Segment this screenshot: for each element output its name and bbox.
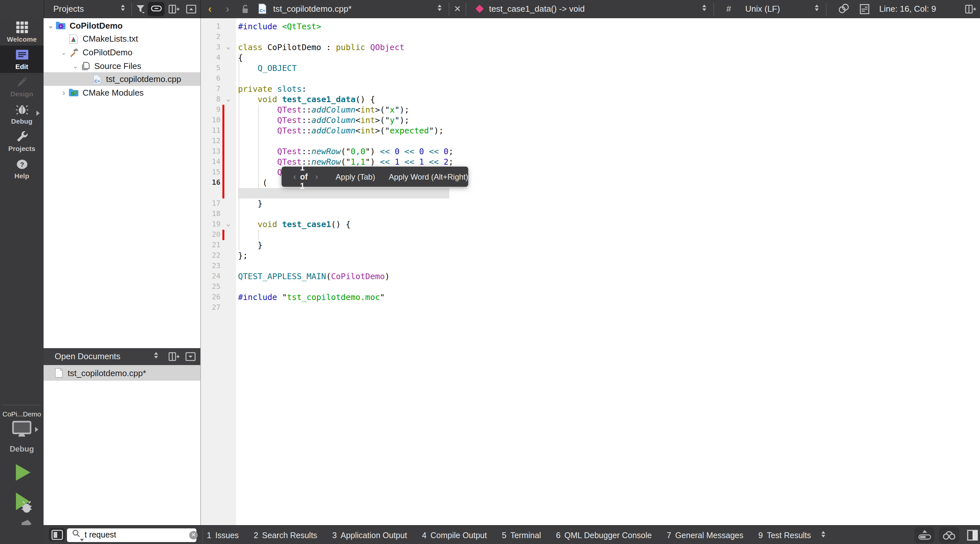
document-outline-icon[interactable] <box>860 4 869 14</box>
symbol-dropdown[interactable]: test_case1_data() -> void <box>489 4 585 14</box>
tree-item-copilotdemo[interactable]: ⌄CoPilotDemo <box>44 19 200 32</box>
apply-word-button[interactable]: Apply Word (Alt+Right) <box>389 172 468 181</box>
code-line-23[interactable]: 23 <box>201 261 980 271</box>
projects-panel-selector[interactable]: Projects <box>53 4 84 14</box>
code-line-10[interactable]: 10 QTest::addColumn<int>("y"); <box>201 115 980 126</box>
code-line-ghost[interactable] <box>201 188 980 198</box>
mode-arrow-icon[interactable] <box>37 111 40 116</box>
chevron-down-icon[interactable]: ⌄ <box>46 22 55 29</box>
tree-item-cmakelists-txt[interactable]: CMakeLists.txt <box>44 32 200 46</box>
code-line-24[interactable]: 24QTEST_APPLESS_MAIN(CoPilotDemo) <box>201 271 980 282</box>
output-pane-qml-debugger-console[interactable]: 6QML Debugger Console <box>556 531 652 540</box>
code-line-12[interactable]: 12 <box>201 136 980 147</box>
sidebar-mode-debug[interactable]: Debug <box>0 100 44 128</box>
split-panel-icon[interactable] <box>169 5 180 14</box>
line-column-hash-icon[interactable]: # <box>726 4 731 14</box>
encoding-dropdown[interactable]: Unix (LF) <box>745 4 780 14</box>
fold-chevron-icon[interactable]: ⌄ <box>226 94 230 104</box>
split-panel-icon[interactable] <box>169 352 180 361</box>
symbol-dropdown-spinner-icon[interactable] <box>702 5 706 11</box>
code-line-3[interactable]: 3⌄class CoPilotDemo : public QObject <box>201 42 980 53</box>
code-editor[interactable]: 1#include <QtTest>23⌄class CoPilotDemo :… <box>200 18 980 525</box>
code-line-26[interactable]: 26#include "tst_copilotdemo.moc" <box>201 292 980 303</box>
fold-chevron-icon[interactable]: ⌄ <box>226 219 230 229</box>
link-with-editor-button[interactable] <box>148 2 164 16</box>
sidebar-mode-welcome[interactable]: Welcome <box>0 18 44 46</box>
code-line-4[interactable]: 4{ <box>201 53 980 63</box>
apply-suggestion-button[interactable]: Apply (Tab) <box>336 172 375 181</box>
output-pane-general-messages[interactable]: 7General Messages <box>667 531 743 540</box>
chevron-right-icon[interactable]: › <box>59 88 68 97</box>
close-document-icon[interactable]: ✕ <box>454 4 461 14</box>
search-icon[interactable] <box>72 529 81 541</box>
open-documents-spinner-icon[interactable] <box>154 352 158 359</box>
open-file-dropdown[interactable]: tst_copilotdemo.cpp* <box>273 4 352 14</box>
run-button[interactable] <box>12 462 32 485</box>
search-results-button[interactable] <box>939 527 959 543</box>
code-line-11[interactable]: 11 QTest::addColumn<int>("expected"); <box>201 126 980 136</box>
unlocked-icon[interactable] <box>240 4 250 14</box>
debug-run-button[interactable] <box>12 491 34 517</box>
clear-search-icon[interactable]: ✕ <box>189 531 198 539</box>
code-line-18[interactable]: 18 <box>201 209 980 219</box>
code-line-2[interactable]: 2 <box>201 32 980 42</box>
close-panel-icon[interactable] <box>186 5 196 14</box>
code-line-1[interactable]: 1#include <QtTest> <box>201 21 980 32</box>
code-line-13[interactable]: 13 QTest::newRow("0,0") << 0 << 0 << 0; <box>201 147 980 157</box>
output-pane-search-results[interactable]: 2Search Results <box>254 531 317 540</box>
code-text: class CoPilotDemo : public QObject <box>238 42 404 53</box>
code-line-22[interactable]: 22}; <box>201 250 980 261</box>
tree-item-source-files[interactable]: ⌄Source Files <box>44 59 200 73</box>
collapse-panel-icon[interactable] <box>185 352 196 361</box>
kit-selector-arrow-icon[interactable] <box>35 427 38 432</box>
fold-chevron-icon[interactable]: ⌄ <box>226 41 230 52</box>
tree-item-cmake-modules[interactable]: ›CMake Modules <box>44 86 200 99</box>
previous-suggestion-icon[interactable]: ‹ <box>290 172 300 182</box>
output-pane-compile-output[interactable]: 4Compile Output <box>422 531 487 540</box>
output-pane-terminal[interactable]: 5Terminal <box>502 531 541 540</box>
panel-selector-spinner-icon[interactable] <box>121 5 125 11</box>
code-line-19[interactable]: 19⌄ void test_case1() { <box>201 219 980 230</box>
build-progress-button[interactable] <box>914 527 934 543</box>
filter-icon[interactable] <box>135 4 146 14</box>
next-suggestion-icon[interactable]: › <box>312 172 322 182</box>
chevron-down-icon[interactable]: ⌄ <box>71 62 80 69</box>
locator-search-box[interactable]: ✕ <box>67 528 196 542</box>
sidebar-mode-help[interactable]: ?Help <box>0 155 44 182</box>
output-pane-issues[interactable]: 1Issues <box>207 531 239 540</box>
go-back-icon[interactable]: ‹ <box>208 0 212 18</box>
encoding-spinner-icon[interactable] <box>815 5 819 11</box>
code-text: QTest::addColumn<int>("expected"); <box>238 126 444 136</box>
tree-item-tst-copilotdemo-cpp[interactable]: C+tst_copilotdemo.cpp <box>44 73 200 86</box>
code-line-7[interactable]: 7private slots: <box>201 84 980 94</box>
split-editor-icon[interactable] <box>965 5 977 14</box>
open-document-item[interactable]: tst_copilotdemo.cpp* <box>44 365 200 381</box>
file-dropdown-spinner-icon[interactable] <box>438 5 442 11</box>
code-line-8[interactable]: 8⌄ void test_case1_data() { <box>201 94 980 105</box>
code-line-21[interactable]: 21 } <box>201 240 980 250</box>
sidebar-mode-edit[interactable]: Edit <box>0 46 44 73</box>
code-line-27[interactable]: 27 <box>201 303 980 313</box>
sidebar-mode-projects[interactable]: Projects <box>0 128 44 155</box>
code-line-20[interactable]: 20 <box>201 230 980 240</box>
code-line-6[interactable]: 6 <box>201 73 980 84</box>
code-line-9[interactable]: 9 QTest::addColumn<int>("x"); <box>201 105 980 115</box>
output-pane-test-results[interactable]: 9Test Results <box>758 531 811 540</box>
macro-record-icon[interactable] <box>838 3 850 14</box>
code-line-25[interactable]: 25 <box>201 282 980 292</box>
code-line-17[interactable]: 17 } <box>201 198 980 209</box>
line-number: 3 <box>201 42 220 53</box>
output-panes-spinner-icon[interactable] <box>821 531 825 538</box>
tree-item-copilotdemo[interactable]: ⌄CoPilotDemo <box>44 46 200 59</box>
mode-label: Design <box>10 90 33 97</box>
search-input[interactable] <box>84 530 189 539</box>
chevron-down-icon[interactable]: ⌄ <box>59 49 68 56</box>
kit-selector-button[interactable] <box>11 420 32 441</box>
code-line-5[interactable]: 5 Q_OBJECT <box>201 63 980 73</box>
toggle-left-sidebar-button[interactable] <box>49 528 65 541</box>
divider <box>200 0 201 18</box>
go-forward-icon[interactable]: › <box>226 0 229 18</box>
output-pane-application-output[interactable]: 3Application Output <box>332 531 407 540</box>
code-line-14[interactable]: 14 QTest::newRow("1,1") << 1 << 1 << 2; <box>201 157 980 167</box>
toggle-right-sidebar-button[interactable] <box>967 530 978 543</box>
